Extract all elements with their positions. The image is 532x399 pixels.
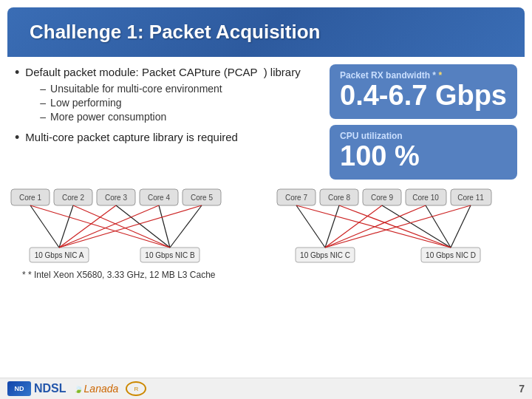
svg-text:10 Gbps NIC C: 10 Gbps NIC C (300, 251, 350, 259)
svg-line-28 (30, 205, 59, 248)
network-diagram: Core 1 Core 2 Core 3 Core 4 Core 5 Core … (15, 185, 517, 267)
svg-line-36 (59, 205, 159, 248)
lanada-text: Lanada (84, 383, 119, 395)
svg-text:Core 9: Core 9 (371, 194, 393, 202)
cpu-utilization-label: CPU utilization (340, 131, 507, 141)
svg-line-47 (325, 205, 471, 248)
slide-content: • Default packet module: Packet CAPture … (0, 57, 532, 378)
svg-line-40 (382, 205, 451, 248)
svg-line-37 (59, 205, 202, 248)
svg-text:Core 3: Core 3 (105, 194, 127, 202)
page-number: 7 (519, 383, 525, 395)
svg-text:Core 8: Core 8 (328, 194, 350, 202)
bullet-dot-1: • (15, 66, 19, 79)
bullet-2-text: Multi-core packet capture library is req… (25, 129, 238, 145)
svg-line-41 (426, 205, 451, 248)
sub-bullet-2: Low performing (40, 97, 300, 109)
svg-text:Core 7: Core 7 (285, 194, 307, 202)
cpu-utilization-box: CPU utilization 100 % (330, 125, 517, 180)
svg-line-44 (339, 205, 451, 248)
other-logo-icon: R (126, 381, 146, 396)
top-section: • Default packet module: Packet CAPture … (15, 64, 517, 180)
bullet-1: • Default packet module: Packet CAPture … (15, 64, 322, 125)
svg-text:Core 5: Core 5 (191, 194, 213, 202)
info-boxes: Packet RX bandwidth * * 0.4-6.7 Gbps CPU… (330, 64, 517, 180)
bullet-2: • Multi-core packet capture library is r… (15, 129, 322, 145)
bullet-section: • Default packet module: Packet CAPture … (15, 64, 322, 180)
sub-bullet-3: More power consumption (40, 111, 300, 123)
svg-line-42 (451, 205, 471, 248)
ndsl-logo: ND NDSL (7, 381, 66, 396)
sub-bullet-1: Unsuitable for multi-core environment (40, 83, 300, 95)
svg-line-29 (59, 205, 73, 248)
svg-line-31 (159, 205, 170, 248)
footnote: * * Intel Xeon X5680, 3.33 GHz, 12 MB L3… (15, 267, 517, 283)
bottom-bar: ND NDSL 🍃 Lanada R 7 (0, 378, 532, 399)
svg-text:Core 10: Core 10 (412, 194, 439, 202)
svg-text:10 Gbps NIC D: 10 Gbps NIC D (426, 251, 476, 259)
packet-bandwidth-value: 0.4-6.7 Gbps (340, 81, 507, 112)
star-note: * (22, 270, 28, 280)
svg-text:Core 11: Core 11 (457, 194, 484, 202)
bullet-1-text: Default packet module: Packet CAPture (P… (25, 66, 300, 78)
svg-line-39 (325, 205, 339, 248)
lanada-logo: 🍃 Lanada (74, 383, 119, 395)
svg-text:Core 2: Core 2 (62, 194, 84, 202)
svg-text:10 Gbps NIC B: 10 Gbps NIC B (145, 251, 195, 259)
slide-title: Challenge 1: Packet Acquisition (30, 21, 502, 44)
star-indicator: * (438, 70, 442, 81)
cpu-utilization-value: 100 % (340, 141, 507, 172)
packet-bandwidth-label: Packet RX bandwidth * * (340, 70, 507, 81)
ndsl-text: NDSL (34, 382, 66, 395)
diagram-svg: Core 1 Core 2 Core 3 Core 4 Core 5 Core … (7, 185, 525, 267)
svg-text:10 Gbps NIC A: 10 Gbps NIC A (35, 251, 84, 259)
bullet-dot-2: • (15, 131, 19, 144)
ndsl-logo-icon: ND (7, 381, 31, 396)
sub-bullets: Unsuitable for multi-core environment Lo… (40, 83, 300, 123)
svg-line-33 (30, 205, 170, 248)
svg-text:Core 1: Core 1 (19, 194, 41, 202)
lanada-leaf: 🍃 (74, 385, 83, 393)
header: Challenge 1: Packet Acquisition (7, 7, 525, 57)
svg-text:Core 4: Core 4 (148, 194, 170, 202)
logo-area: ND NDSL 🍃 Lanada R (7, 381, 146, 396)
svg-line-32 (170, 205, 202, 248)
other-logo: R (126, 381, 146, 396)
slide: Challenge 1: Packet Acquisition • Defaul… (0, 0, 532, 399)
svg-line-46 (325, 205, 426, 248)
packet-bandwidth-box: Packet RX bandwidth * * 0.4-6.7 Gbps (330, 64, 517, 119)
